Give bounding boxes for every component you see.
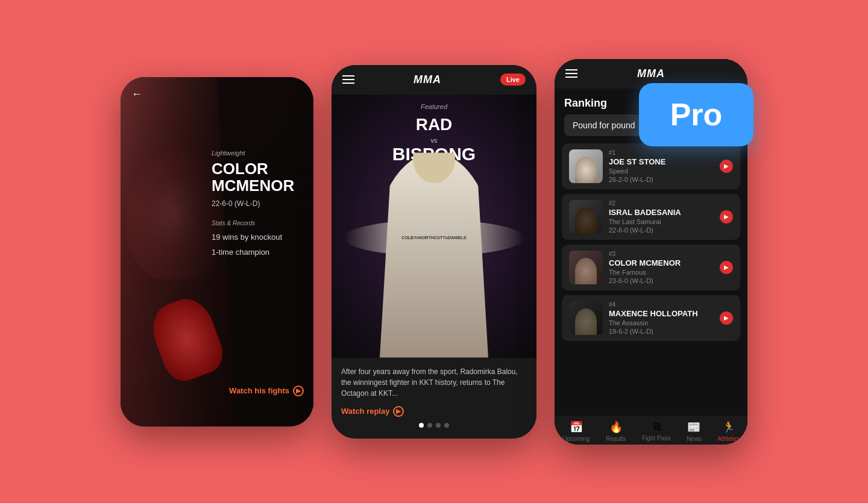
fighter-avatar-1 [569, 149, 603, 183]
stat-champion: 1-time champion [212, 248, 304, 258]
fighter-info-2: #2 ISRAL BADESANIA The Last Samurai 22-6… [609, 200, 714, 234]
fighter-arrow-4[interactable]: ▶ [720, 311, 733, 325]
fighter-info-4: #4 MAXENCE HOLLOPATH The Assassin 19-6-2… [609, 301, 714, 335]
fighter-name-2: ISRAL BADESANIA [609, 208, 714, 217]
pagination-dots [341, 423, 527, 433]
nav-athletes[interactable]: 🏃 Athletes [718, 420, 740, 442]
fighter-name-3: COLOR MCMENOR [609, 258, 714, 267]
rank-card-1[interactable]: #1 JOE ST STONE Speed 26-2-0 (W-L-D) ▶ [562, 143, 740, 189]
results-icon: 🔥 [609, 420, 623, 434]
nav-results-label: Results [606, 436, 626, 442]
stats-label: Stats & Records [212, 220, 304, 227]
dropdown-value: Pound for pound [573, 120, 635, 130]
fighter-avatar-2 [569, 200, 603, 234]
upcoming-icon: 📅 [570, 420, 583, 434]
fighter-avatar-4 [569, 301, 603, 335]
fighter1-name: RAD [416, 116, 453, 133]
watch-replay-arrow-icon: ▶ [393, 406, 404, 417]
fighter-info-3: #3 COLOR MCMENOR The Famous 23-6-0 (W-L-… [609, 251, 714, 284]
dot-4[interactable] [444, 423, 449, 428]
fighter-info-1: #1 JOE ST STONE Speed 26-2-0 (W-L-D) [609, 149, 714, 183]
bottom-nav: 📅 Upcoming 🔥 Results 🖥 Fight Pass 📰 News… [555, 416, 747, 445]
nav-upcoming[interactable]: 📅 Upcoming [562, 420, 590, 442]
app-title: MMA [414, 73, 441, 86]
rank-number-1: #1 [609, 149, 714, 156]
news-icon: 📰 [687, 420, 700, 434]
rank-number-3: #3 [609, 251, 714, 257]
fight-image-area: Featured RAD vs BISPONG [332, 95, 536, 358]
rank-number-4: #4 [609, 301, 714, 308]
featured-label: Featured [421, 103, 447, 110]
rank-card-2[interactable]: #2 ISRAL BADESANIA The Last Samurai 22-6… [562, 194, 740, 240]
rank-card-3[interactable]: #3 COLOR MCMENOR The Famous 23-6-0 (W-L-… [562, 245, 740, 290]
nav-fight-pass[interactable]: 🖥 Fight Pass [642, 420, 670, 442]
fighter-nickname-4: The Assassin [609, 319, 714, 326]
phone2-inner: MMA Live Featured RAD vs BISPONG After f… [332, 65, 536, 439]
fighter-info: Lightweight COLORMCMENOR 22-6-0 (W-L-D) … [202, 149, 313, 263]
live-badge: Live [500, 73, 526, 86]
athletes-icon: 🏃 [722, 420, 735, 434]
vs-text: vs [431, 137, 438, 144]
phone2-header: MMA Live [332, 65, 536, 95]
fighter-record-4: 19-6-2 (W-L-D) [609, 328, 714, 335]
fighter-nickname-1: Speed [609, 167, 714, 175]
fight-desc-text: After four years away from the sport, Ra… [341, 366, 527, 399]
fighter-nickname-2: The Last Samurai [609, 218, 714, 225]
dot-3[interactable] [436, 423, 441, 428]
watch-fights-arrow-icon: ▶ [293, 386, 304, 396]
nav-news-label: News [687, 436, 702, 442]
rank-number-2: #2 [609, 200, 714, 207]
stat-knockouts: 19 wins by knockout [212, 233, 304, 243]
fighter-name-1: JOE ST STONE [609, 157, 714, 166]
nav-upcoming-label: Upcoming [562, 436, 590, 442]
phone-fighter-profile: ← Lightweight COLORMCMENOR 22-6-0 (W-L-D… [121, 77, 313, 426]
fighter-record: 22-6-0 (W-L-D) [212, 199, 304, 208]
pro-label: Pro [670, 96, 723, 133]
fighter-arrow-3[interactable]: ▶ [720, 261, 733, 274]
fighter-record-1: 26-2-0 (W-L-D) [609, 176, 714, 183]
dot-1[interactable] [419, 423, 424, 428]
fighter-back-figure [374, 153, 494, 358]
nav-news[interactable]: 📰 News [687, 420, 702, 442]
fight-description: After four years away from the sport, Ra… [332, 358, 536, 439]
phone3-wrapper: Pro MMA Ranking Pound for pound ▾ [555, 59, 747, 445]
watch-fights-button[interactable]: Watch his fights ▶ [229, 386, 304, 396]
pro-badge: Pro [639, 83, 753, 146]
fighter-avatar-3 [569, 251, 603, 284]
nav-results[interactable]: 🔥 Results [606, 420, 626, 442]
fighter-name-4: MAXENCE HOLLOPATH [609, 309, 714, 318]
rankings-list: #1 JOE ST STONE Speed 26-2-0 (W-L-D) ▶ #… [555, 143, 747, 416]
nav-fight-pass-label: Fight Pass [642, 435, 670, 442]
menu-icon[interactable] [342, 75, 354, 84]
menu-icon-3[interactable] [565, 69, 577, 78]
fighter-arrow-2[interactable]: ▶ [720, 210, 733, 223]
watch-replay-button[interactable]: Watch replay ▶ [341, 406, 527, 417]
dot-2[interactable] [427, 423, 432, 428]
phone1-inner: ← Lightweight COLORMCMENOR 22-6-0 (W-L-D… [121, 77, 313, 426]
nav-athletes-label: Athletes [718, 436, 740, 442]
rank-card-4[interactable]: #4 MAXENCE HOLLOPATH The Assassin 19-6-2… [562, 295, 740, 341]
fighter-record-2: 22-6-0 (W-L-D) [609, 227, 714, 234]
app-title-3: MMA [637, 67, 665, 80]
fight-pass-icon: 🖥 [651, 420, 662, 433]
back-button[interactable]: ← [131, 88, 142, 101]
fighter-arrow-1[interactable]: ▶ [720, 160, 733, 173]
phone-featured-fight: MMA Live Featured RAD vs BISPONG After f… [332, 65, 536, 439]
weight-class-label: Lightweight [212, 149, 304, 157]
fighter-nickname-3: The Famous [609, 269, 714, 276]
fighter-name: COLORMCMENOR [212, 160, 304, 195]
fighter-record-3: 23-6-0 (W-L-D) [609, 277, 714, 284]
